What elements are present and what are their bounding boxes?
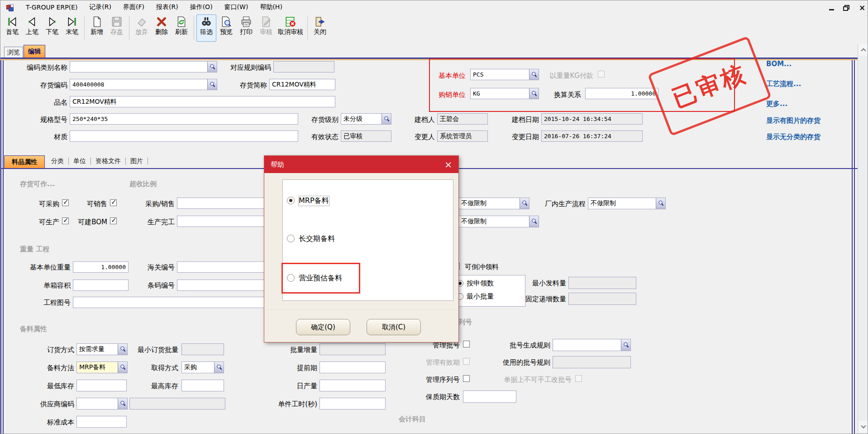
supplier-code-input[interactable] [76, 398, 128, 410]
can-bom-checkbox[interactable] [110, 217, 117, 224]
link-more[interactable]: 更多... [766, 100, 787, 108]
cancel-button[interactable]: 取消(C) [367, 319, 421, 335]
subtab-category[interactable]: 分类 [47, 157, 68, 165]
production-done-input[interactable] [177, 216, 264, 227]
next-record-button[interactable]: 下笔 [42, 14, 62, 42]
std-cost-input[interactable] [76, 416, 127, 428]
first-record-button[interactable]: 首笔 [2, 14, 22, 42]
new-button[interactable]: 新增 [87, 14, 107, 42]
link-process-flow[interactable]: 工艺流程... [766, 80, 801, 88]
magnifier-icon[interactable] [118, 362, 127, 373]
base-unit-input[interactable]: PCS [470, 69, 539, 80]
close-form-button[interactable]: 关闭 [310, 14, 330, 42]
tab-edit[interactable]: 编辑 [24, 45, 45, 58]
max-stock-input[interactable] [181, 380, 224, 391]
magnifier-icon[interactable] [118, 398, 127, 409]
abandon-button[interactable]: 放弃 [132, 14, 152, 42]
menu-window[interactable]: 窗口(W) [224, 3, 248, 11]
delete-button[interactable]: 删除 [152, 14, 172, 42]
purchasable-checkbox[interactable] [62, 199, 69, 206]
subtab-image[interactable]: 图片 [126, 157, 148, 165]
radio-mrp-prep-label[interactable]: MRP备料 [299, 196, 329, 206]
manage-batch-checkbox[interactable] [463, 341, 470, 347]
material-input[interactable] [70, 130, 298, 142]
manage-serial-checkbox[interactable] [463, 375, 470, 382]
menu-report[interactable]: 报表(R) [156, 3, 178, 11]
barcode-input[interactable] [177, 280, 264, 291]
drawing-no-input[interactable] [73, 297, 264, 308]
last-record-button[interactable]: 末笔 [62, 14, 82, 42]
link-show-unclassified[interactable]: 显示无分类的存货 [766, 133, 820, 141]
refresh-button[interactable]: 刷新 [172, 14, 191, 42]
lead-time-input[interactable] [320, 362, 386, 373]
ok-button[interactable]: 确定(Q) [296, 319, 350, 335]
daily-output-input[interactable] [320, 380, 386, 391]
menu-record[interactable]: 记录(R) [89, 3, 111, 11]
sellable-checkbox[interactable] [110, 199, 117, 206]
code-category-input[interactable] [70, 61, 217, 72]
audit-button[interactable]: 审核 [256, 14, 276, 42]
menu-help[interactable]: 帮助(H) [260, 3, 282, 11]
subtab-unit[interactable]: 单位 [69, 157, 91, 165]
batch-rule-input[interactable] [553, 339, 631, 351]
unit-time-input[interactable] [320, 398, 386, 410]
restriction-input-1[interactable]: 不做限制 [458, 198, 529, 209]
manage-validity-checkbox[interactable] [463, 358, 470, 365]
radio-long-lead-prep[interactable] [287, 235, 295, 242]
restriction-input-2[interactable]: 不做限制 [458, 216, 539, 227]
inv-level-input[interactable]: 未分级 [341, 113, 391, 125]
save-button[interactable]: 存盘 [107, 14, 127, 42]
product-name-input[interactable]: CR12MOV精料 [70, 96, 335, 107]
magnifier-icon[interactable] [529, 88, 539, 99]
link-bom[interactable]: BOM... [766, 60, 792, 68]
scroll-down-button[interactable] [858, 421, 868, 433]
magnifier-icon[interactable] [382, 114, 391, 124]
print-button[interactable]: 打印 [236, 14, 256, 42]
magnifier-icon[interactable] [520, 198, 529, 209]
close-window-button[interactable]: × [857, 3, 868, 12]
dialog-titlebar[interactable]: 帮助 × [264, 156, 458, 173]
cancel-audit-button[interactable]: 取消审核 [276, 14, 305, 42]
magnifier-icon[interactable] [621, 339, 630, 351]
vertical-scrollbar[interactable] [858, 44, 868, 434]
minimize-button[interactable] [826, 3, 837, 12]
subtab-qualification[interactable]: 资格文件 [91, 157, 125, 165]
box-volume-input[interactable] [73, 280, 129, 291]
radio-long-lead-prep-label[interactable]: 长交期备料 [299, 234, 335, 244]
spec-input[interactable]: 250*240*35 [70, 113, 298, 125]
pay-by-kg-checkbox[interactable] [598, 71, 605, 77]
factory-flow-input[interactable]: 不做限制 [588, 198, 666, 209]
prev-record-button[interactable]: 上笔 [22, 14, 42, 42]
restore-button[interactable] [840, 3, 851, 12]
tab-browse[interactable]: 浏览 [4, 47, 23, 58]
no-manual-batch-checkbox[interactable] [575, 375, 582, 382]
customs-code-input[interactable] [177, 261, 264, 273]
magnifier-icon[interactable] [529, 69, 539, 80]
base-weight-input[interactable]: 1.00000 [73, 261, 129, 273]
producible-checkbox[interactable] [62, 217, 69, 224]
shelf-days-input[interactable] [463, 391, 516, 403]
menu-tgroup-erp[interactable]: T-GROUP ERP(E) [26, 4, 77, 11]
trade-unit-input[interactable]: KG [470, 88, 539, 99]
scroll-up-button[interactable] [858, 44, 868, 56]
min-stock-input[interactable] [76, 380, 127, 391]
menu-interface[interactable]: 界面(F) [123, 3, 144, 11]
order-mode-input[interactable]: 按需求量 [76, 343, 128, 355]
magnifier-icon[interactable] [529, 216, 539, 227]
inv-code-input[interactable]: 400400008 [70, 79, 217, 90]
magnifier-icon[interactable] [656, 198, 665, 209]
acquire-mode-input[interactable]: 采购 [181, 362, 224, 373]
preview-button[interactable]: 预览 [216, 14, 236, 42]
dialog-close-button[interactable]: × [444, 160, 452, 169]
radio-mrp-prep[interactable] [287, 197, 295, 204]
menu-operate[interactable]: 操作(O) [190, 3, 213, 11]
prep-method-input[interactable]: MRP备料 [76, 362, 128, 373]
conversion-input[interactable]: 1.00000 [585, 88, 658, 99]
filter-button[interactable]: 筛选 [196, 14, 216, 42]
purchase-sale-input[interactable] [177, 198, 264, 209]
subtab-item-attributes[interactable]: 料品属性 [4, 155, 45, 168]
link-show-with-images[interactable]: 显示有图片的存货 [766, 116, 820, 125]
inv-abbr-input[interactable]: CR12MOV精料 [269, 79, 335, 90]
magnifier-icon[interactable] [118, 344, 127, 355]
magnifier-icon[interactable] [214, 362, 224, 373]
